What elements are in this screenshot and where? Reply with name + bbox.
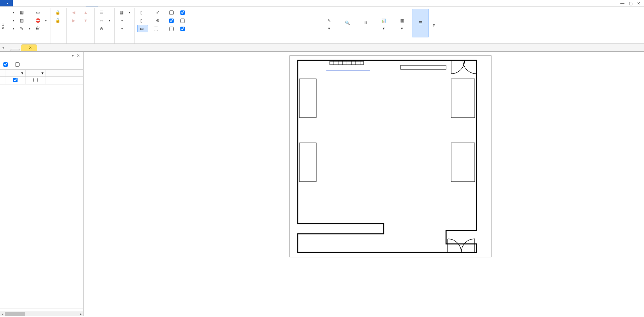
- layers-icon: ☰: [415, 18, 426, 28]
- unlock-button[interactable]: [54, 17, 64, 24]
- floorplan-svg: [289, 55, 492, 257]
- panel-hscrollbar[interactable]: ◂▸: [0, 311, 83, 316]
- svg-rect-4: [451, 79, 475, 118]
- grid-icon: ▦: [397, 16, 407, 25]
- menu-file[interactable]: ▾: [0, 0, 13, 6]
- graphs-icon: 📊: [378, 16, 389, 25]
- col-layer-name[interactable]: [46, 70, 83, 76]
- menu-reporting[interactable]: [25, 0, 37, 6]
- menu-help[interactable]: [74, 0, 86, 6]
- panel-menu-icon[interactable]: ▾: [72, 53, 74, 58]
- collision-button[interactable]: ⊘: [97, 25, 112, 32]
- benchmark-store-button[interactable]: ▾: [9, 25, 16, 32]
- collision-icon: ⊘: [99, 26, 104, 31]
- col-locked[interactable]: ▾: [26, 70, 46, 76]
- space-evenly-button: ⇔▾: [97, 17, 112, 24]
- group-label-view: [180, 41, 315, 43]
- gondola-aisles-button[interactable]: ▾: [117, 25, 131, 32]
- clustering-button[interactable]: ⠿: [357, 9, 374, 37]
- floorplan-canvas[interactable]: [84, 52, 644, 316]
- fixtures-button[interactable]: ▦▾: [117, 9, 131, 16]
- cad-objects-only-check[interactable]: [180, 17, 186, 24]
- cad-object-button[interactable]: ✎▾: [18, 25, 32, 32]
- ribbon-group-big: ✎▾ 🔍 ⠿ 📊▾ ▦▾ ☰: [318, 8, 432, 43]
- highlights-button[interactable]: ✎▾: [321, 9, 337, 37]
- col-visible[interactable]: ▾: [5, 70, 26, 76]
- layers-col-head: ▾ ▾: [0, 69, 83, 77]
- analysis-grid-button[interactable]: ▦▾: [394, 9, 410, 37]
- fit-icon: ⤢: [155, 10, 160, 15]
- view-top-button[interactable]: ▭: [137, 25, 148, 32]
- gondola-button[interactable]: ▦: [18, 9, 32, 16]
- panel-close-icon[interactable]: ✕: [77, 53, 80, 58]
- tab-welcome[interactable]: [10, 49, 20, 51]
- floating-status-check[interactable]: [169, 9, 175, 16]
- arrow-down-icon: [83, 18, 88, 23]
- menu-tools[interactable]: [86, 0, 98, 6]
- snap-line-angle-check[interactable]: [180, 9, 186, 16]
- minimize-icon[interactable]: —: [620, 1, 625, 6]
- svg-rect-2: [299, 79, 316, 118]
- find-button[interactable]: 🔍: [339, 9, 355, 37]
- svg-marker-1: [298, 60, 476, 252]
- ribbon-overflow-right[interactable]: F: [432, 8, 436, 43]
- grid-fixtures-check[interactable]: [169, 25, 175, 32]
- left-icon: ▯: [139, 18, 144, 23]
- banner-button[interactable]: ▭: [34, 9, 48, 16]
- centre-on-screen-button[interactable]: ⊕: [154, 17, 164, 24]
- tab-close-icon[interactable]: ✕: [29, 45, 32, 50]
- space-icon: ⇔: [99, 18, 104, 23]
- ribbon-group-viewdir: ▯ ▯ ▭: [135, 8, 151, 43]
- all-locked-check[interactable]: [15, 61, 21, 68]
- group-label-new: [9, 41, 48, 43]
- main-area: ▾✕ ▾ ▾ ◂▸: [0, 52, 644, 316]
- svg-rect-6: [401, 65, 446, 69]
- layer-row[interactable]: [0, 77, 83, 85]
- group-label-gondola: [97, 41, 112, 43]
- maximize-icon[interactable]: ▢: [628, 1, 633, 6]
- window-controls: — ▢ ✕: [617, 0, 644, 6]
- ribbon-group-opts2: [178, 8, 318, 43]
- ribbon-group-align: [67, 8, 95, 43]
- obstruction-button[interactable]: ⛔▾: [34, 17, 48, 24]
- all-visible-check[interactable]: [3, 61, 9, 68]
- ribbon-group-locking: [51, 8, 67, 43]
- front-icon: ▯: [139, 10, 144, 15]
- live-graphs-button[interactable]: 📊▾: [376, 9, 392, 37]
- ribbon-group-gondola: ☰ ⇔▾ ⊘: [95, 8, 115, 43]
- menu-spaceplanning[interactable]: [61, 0, 74, 6]
- group-label-align: [69, 41, 92, 43]
- ribbon-overflow-left[interactable]: is n: [0, 8, 6, 43]
- group-label-locking: [54, 41, 64, 43]
- menu-ranging[interactable]: [49, 0, 61, 6]
- gondola-blocks-button[interactable]: ▾: [117, 17, 131, 24]
- menu-data[interactable]: [13, 0, 25, 6]
- layers-button[interactable]: ☰: [412, 9, 429, 37]
- island-fridge-button[interactable]: ▤: [18, 17, 32, 24]
- snap-cad-objects-check[interactable]: [180, 25, 186, 32]
- menu-bar: ▾ — ▢ ✕: [0, 0, 644, 7]
- menu-clustering[interactable]: [37, 0, 49, 6]
- fridge-icon: ▤: [19, 18, 24, 23]
- lock-button[interactable]: [54, 9, 64, 16]
- clustering-icon: ⠿: [360, 18, 371, 28]
- fixture-library-button[interactable]: 🏛: [34, 25, 48, 32]
- view-front-button[interactable]: ▯: [137, 9, 148, 16]
- fit-to-screen-button[interactable]: ⤢: [154, 9, 164, 16]
- cad-icon: ✎: [19, 26, 24, 31]
- tab-scroll-left[interactable]: ◂: [2, 45, 4, 50]
- view-left-button[interactable]: ▯: [137, 17, 148, 24]
- resize-gondolas-button[interactable]: ▾: [9, 9, 16, 16]
- banner-icon: ▭: [35, 10, 40, 15]
- import-data-button[interactable]: ▾: [9, 17, 16, 24]
- row-count: [0, 309, 83, 311]
- row-visible-check[interactable]: [13, 78, 18, 82]
- find-icon: 🔍: [342, 18, 353, 28]
- arrow-left-icon: [71, 10, 76, 15]
- dark-theme-check[interactable]: [154, 25, 164, 32]
- label-borders-check[interactable]: [169, 17, 175, 24]
- close-icon[interactable]: ✕: [636, 1, 641, 6]
- obstruction-icon: ⛔: [35, 18, 40, 23]
- tab-active-document[interactable]: ✕: [21, 44, 37, 51]
- row-locked-check[interactable]: [33, 78, 38, 82]
